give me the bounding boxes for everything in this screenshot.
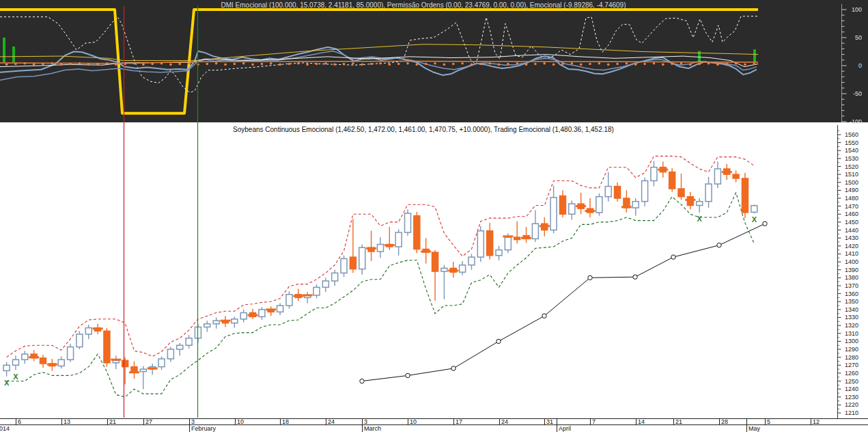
signal-dot	[498, 64, 501, 66]
price-label: 1300	[845, 338, 858, 345]
order-fill-dash-marker	[303, 294, 313, 296]
order-fill-dash-marker	[448, 269, 458, 271]
candle-body	[705, 184, 712, 202]
candle-body	[632, 202, 639, 208]
candle-body	[615, 187, 621, 198]
signal-dot	[324, 62, 327, 65]
chart-canvas[interactable]: 100500-50-100XXXX12101220123012401250126…	[0, 0, 868, 432]
order-fill-dash-marker	[29, 356, 39, 358]
exit-x-mark: X	[13, 373, 18, 381]
day-label: 7	[592, 418, 596, 425]
candle-body	[12, 360, 18, 365]
signal-dot	[461, 62, 464, 65]
order-fill-dash-marker	[521, 237, 531, 239]
price-label: 1400	[845, 258, 858, 265]
candle-body	[213, 321, 219, 324]
order-fill-dash-marker	[540, 225, 550, 227]
signal-dot	[552, 64, 555, 66]
price-label: 1260	[845, 370, 858, 377]
trading-workspace: 100500-50-100XXXX12101220123012401250126…	[0, 0, 868, 432]
price-label: 1290	[845, 346, 858, 353]
candle-body	[76, 334, 83, 347]
signal-dot	[425, 63, 428, 66]
order-fill-dash-marker	[93, 327, 103, 329]
signal-dot	[698, 63, 701, 66]
signal-dot	[343, 63, 346, 66]
price-axis: 1210122012301240125012601270128012901300…	[838, 125, 859, 418]
signal-dot	[333, 64, 336, 66]
signal-dot	[744, 64, 746, 66]
signal-dot	[297, 62, 300, 65]
signal-dot	[561, 63, 564, 66]
signal-dot	[251, 64, 254, 66]
order-fill-dash-marker	[129, 371, 139, 373]
signal-dot	[634, 64, 637, 66]
signal-dot	[14, 63, 17, 66]
signal-dot	[571, 62, 574, 65]
signal-dot	[488, 62, 491, 65]
signal-dot	[616, 63, 619, 66]
signal-dot	[234, 63, 236, 66]
candle-body	[277, 306, 283, 312]
signal-dot	[516, 62, 518, 65]
day-label: 18	[282, 418, 289, 425]
signal-dot	[716, 64, 719, 66]
candle-body	[414, 216, 420, 249]
exit-x-mark: X	[4, 379, 10, 387]
signal-dot	[5, 64, 8, 66]
candle-body	[678, 189, 684, 197]
candle-body	[669, 172, 675, 189]
candle-body	[532, 224, 538, 239]
signal-dot	[662, 64, 664, 66]
signal-dot	[352, 62, 354, 65]
candle-body	[505, 237, 511, 250]
price-label: 1470	[845, 203, 858, 210]
axis-label: 50	[855, 34, 862, 41]
signal-dot	[471, 64, 473, 66]
candle-body	[140, 369, 146, 371]
day-label: 28	[721, 418, 728, 425]
equity-marker	[542, 314, 546, 318]
price-label: 1220	[845, 401, 858, 408]
price-label: 1560	[845, 131, 858, 138]
candle-body	[596, 197, 602, 213]
candle-body	[477, 231, 484, 257]
day-label: 17	[456, 418, 462, 425]
signal-dot	[416, 64, 419, 66]
order-fill-dash-marker	[221, 320, 231, 322]
order-fill-dash-marker	[503, 235, 513, 237]
price-label: 1280	[845, 354, 858, 361]
equity-marker	[633, 275, 637, 279]
price-label: 1530	[845, 155, 858, 162]
candle-body	[322, 281, 328, 287]
order-fill-dash-marker	[366, 247, 376, 249]
price-label: 1350	[845, 298, 858, 305]
price-label: 1490	[845, 187, 858, 193]
signal-dot	[735, 62, 738, 65]
signal-dot	[96, 63, 99, 66]
candlestick-series: XXXX	[3, 161, 757, 389]
candle-body	[642, 180, 648, 201]
signal-dot	[160, 62, 163, 65]
day-label: 24	[501, 418, 508, 425]
signal-dot	[598, 62, 601, 65]
day-label: 21	[109, 418, 116, 425]
candle-body	[85, 328, 92, 334]
day-label: 27	[145, 418, 152, 425]
exit-x-mark: X	[697, 215, 703, 223]
signal-dot	[389, 64, 391, 66]
signal-dot	[142, 64, 145, 66]
signal-dot	[87, 64, 90, 66]
price-label: 1540	[845, 147, 858, 154]
order-fill-dash-marker	[47, 364, 57, 366]
signal-dot	[443, 64, 446, 66]
price-label: 1250	[845, 378, 858, 385]
candle-body	[441, 268, 447, 271]
day-label: 13	[64, 418, 70, 425]
signal-dot	[452, 63, 455, 66]
price-label: 1240	[845, 386, 858, 392]
signal-dot	[607, 64, 610, 66]
signal-dot	[543, 62, 546, 65]
signal-dot	[279, 64, 281, 66]
signal-dot	[115, 64, 117, 66]
